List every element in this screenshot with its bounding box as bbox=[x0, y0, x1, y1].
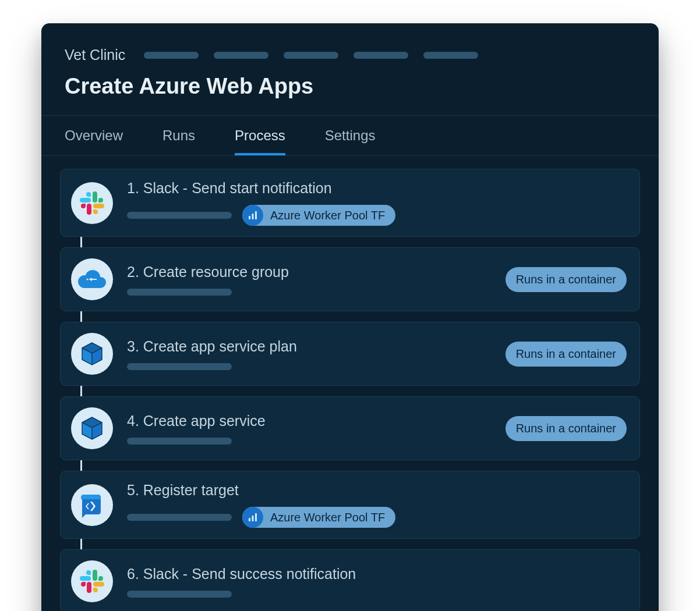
step-meta bbox=[127, 591, 627, 598]
step-icon-circle bbox=[71, 182, 113, 224]
step-title: 4. Create app service bbox=[127, 413, 492, 429]
step-meta bbox=[127, 289, 492, 296]
step-meta: Azure Worker Pool TF bbox=[127, 507, 627, 528]
breadcrumb-pills bbox=[144, 52, 478, 59]
breadcrumb-pill bbox=[353, 52, 408, 59]
step-icon-circle bbox=[71, 407, 113, 449]
worker-pool-icon-circle bbox=[242, 507, 263, 528]
tab-runs[interactable]: Runs bbox=[162, 116, 195, 155]
step-icon-circle bbox=[71, 258, 113, 300]
step-icon-circle bbox=[71, 484, 113, 526]
process-step[interactable]: 2. Create resource group Runs in a conta… bbox=[60, 247, 640, 311]
chart-bars-icon bbox=[248, 512, 258, 523]
app-window: Vet Clinic Create Azure Web Apps Overvie… bbox=[41, 23, 659, 611]
process-step[interactable]: 6. Slack - Send success notification bbox=[60, 549, 640, 611]
worker-pool-label: Azure Worker Pool TF bbox=[270, 209, 385, 222]
cube-icon bbox=[80, 416, 104, 441]
breadcrumb-pill bbox=[423, 52, 478, 59]
step-content: 5. Register target Azure Worker Pool TF bbox=[127, 482, 627, 528]
slack-icon bbox=[79, 569, 105, 594]
step-title: 2. Create resource group bbox=[127, 264, 492, 280]
step-meta bbox=[127, 363, 492, 370]
step-title: 3. Create app service plan bbox=[127, 338, 492, 355]
step-content: 2. Create resource group bbox=[127, 264, 492, 296]
tab-settings[interactable]: Settings bbox=[325, 116, 376, 155]
step-content: 4. Create app service bbox=[127, 413, 492, 445]
header: Vet Clinic Create Azure Web Apps bbox=[41, 23, 659, 115]
cloud-icon bbox=[78, 269, 106, 290]
step-placeholder bbox=[127, 591, 232, 598]
step-placeholder bbox=[127, 289, 232, 296]
worker-pool-chip[interactable]: Azure Worker Pool TF bbox=[242, 507, 395, 528]
steps-container: 1. Slack - Send start notification Azure… bbox=[41, 156, 659, 611]
step-placeholder bbox=[127, 212, 232, 219]
tab-overview[interactable]: Overview bbox=[65, 116, 123, 155]
chart-bars-icon bbox=[248, 210, 258, 221]
cube-icon bbox=[80, 342, 104, 366]
step-placeholder bbox=[127, 514, 232, 521]
runs-in-container-chip: Runs in a container bbox=[505, 416, 627, 441]
page-title: Create Azure Web Apps bbox=[65, 74, 635, 99]
step-placeholder bbox=[127, 363, 232, 370]
worker-pool-icon-circle bbox=[242, 205, 263, 226]
script-icon bbox=[80, 492, 104, 518]
step-content: 6. Slack - Send success notification bbox=[127, 566, 627, 598]
tab-process[interactable]: Process bbox=[235, 116, 285, 155]
step-content: 3. Create app service plan bbox=[127, 338, 492, 370]
breadcrumb-pill bbox=[284, 52, 338, 59]
step-title: 1. Slack - Send start notification bbox=[127, 180, 627, 197]
runs-in-container-chip: Runs in a container bbox=[505, 267, 627, 292]
header-top: Vet Clinic bbox=[65, 47, 635, 63]
step-meta: Azure Worker Pool TF bbox=[127, 205, 627, 226]
worker-pool-chip[interactable]: Azure Worker Pool TF bbox=[242, 205, 395, 226]
step-icon-circle bbox=[71, 560, 113, 602]
step-title: 5. Register target bbox=[127, 482, 627, 499]
process-step[interactable]: 4. Create app service Runs in a containe… bbox=[60, 396, 640, 460]
runs-in-container-chip: Runs in a container bbox=[505, 342, 627, 367]
project-name[interactable]: Vet Clinic bbox=[65, 47, 125, 63]
process-step[interactable]: 1. Slack - Send start notification Azure… bbox=[60, 169, 640, 237]
slack-icon bbox=[79, 190, 105, 216]
process-step[interactable]: 3. Create app service plan Runs in a con… bbox=[60, 322, 640, 386]
worker-pool-label: Azure Worker Pool TF bbox=[270, 511, 385, 524]
breadcrumb-pill bbox=[214, 52, 268, 59]
step-placeholder bbox=[127, 438, 232, 445]
process-step[interactable]: 5. Register target Azure Worker Pool TF bbox=[60, 471, 640, 539]
step-title: 6. Slack - Send success notification bbox=[127, 566, 627, 582]
tabs: OverviewRunsProcessSettings bbox=[41, 115, 659, 156]
step-content: 1. Slack - Send start notification Azure… bbox=[127, 180, 627, 226]
step-meta bbox=[127, 438, 492, 445]
breadcrumb-pill bbox=[144, 52, 199, 59]
step-icon-circle bbox=[71, 333, 113, 375]
